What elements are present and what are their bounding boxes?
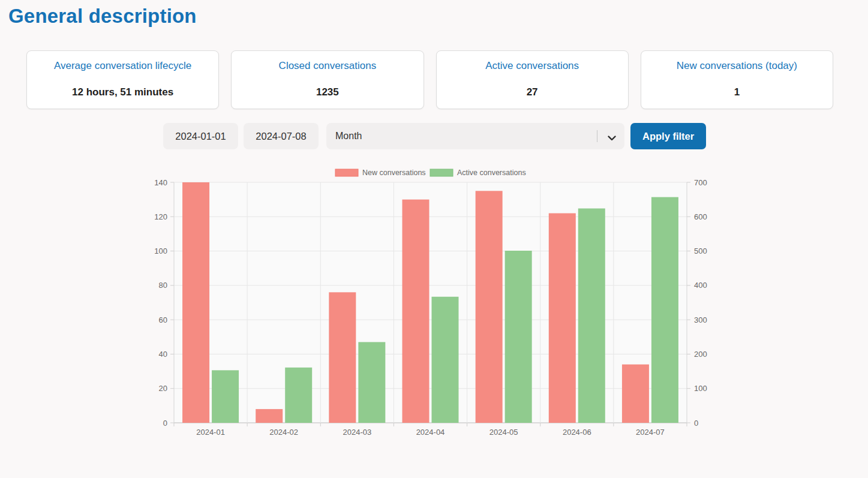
- legend-swatch-new-conversations: [335, 169, 358, 176]
- conversations-chart: 0020100402006030080400100500120600140700…: [144, 166, 720, 441]
- svg-text:400: 400: [694, 281, 707, 290]
- svg-text:200: 200: [694, 350, 707, 359]
- bar-active-conversations-2024-06[interactable]: [578, 209, 605, 423]
- svg-text:0: 0: [163, 419, 167, 428]
- bar-new-conversations-2024-04[interactable]: [403, 200, 430, 423]
- card-active-conversations: Active conversations 27: [436, 50, 629, 109]
- card-value: 1: [734, 86, 740, 98]
- card-closed-conversations: Closed conversations 1235: [231, 50, 424, 109]
- filter-bar: Month Apply filter: [163, 123, 868, 149]
- card-average-lifecycle: Average conversation lifecycle 12 hours,…: [26, 50, 219, 109]
- svg-text:600: 600: [694, 212, 707, 221]
- bar-active-conversations-2024-01[interactable]: [212, 370, 239, 423]
- bar-active-conversations-2024-07[interactable]: [651, 197, 678, 423]
- page-title: General description: [8, 5, 868, 28]
- card-title: Average conversation lifecycle: [54, 60, 191, 72]
- legend-item-active-conversations[interactable]: Active conversations: [430, 169, 526, 177]
- legend-label: Active conversations: [457, 169, 526, 177]
- x-axis-label: 2024-06: [563, 428, 591, 437]
- legend-label: New conversations: [362, 169, 426, 177]
- card-title: Closed conversations: [279, 60, 377, 72]
- end-date-input[interactable]: [244, 123, 319, 149]
- svg-text:120: 120: [154, 212, 167, 221]
- svg-text:500: 500: [694, 246, 707, 255]
- bar-active-conversations-2024-02[interactable]: [285, 368, 312, 423]
- card-value: 1235: [316, 86, 339, 98]
- bar-active-conversations-2024-04[interactable]: [432, 297, 459, 423]
- chart-container: 0020100402006030080400100500120600140700…: [144, 166, 868, 444]
- x-axis-label: 2024-07: [636, 428, 665, 437]
- svg-text:20: 20: [159, 384, 167, 393]
- bar-new-conversations-2024-03[interactable]: [329, 292, 356, 423]
- stat-cards: Average conversation lifecycle 12 hours,…: [26, 50, 833, 109]
- group-by-selected-value: Month: [335, 131, 362, 142]
- card-value: 27: [527, 86, 538, 98]
- x-axis-label: 2024-01: [196, 428, 225, 437]
- svg-text:0: 0: [694, 419, 698, 428]
- svg-text:80: 80: [159, 281, 167, 290]
- bar-active-conversations-2024-03[interactable]: [358, 342, 385, 423]
- card-title: Active conversations: [485, 60, 579, 72]
- bar-new-conversations-2024-05[interactable]: [476, 191, 503, 423]
- bar-active-conversations-2024-05[interactable]: [505, 251, 532, 423]
- card-new-conversations-today: New conversations (today) 1: [641, 50, 833, 109]
- start-date-input[interactable]: [163, 123, 238, 149]
- apply-filter-button[interactable]: Apply filter: [630, 123, 706, 149]
- x-axis-label: 2024-05: [489, 428, 518, 437]
- svg-text:60: 60: [159, 315, 167, 324]
- chevron-down-icon: [608, 133, 616, 138]
- bar-new-conversations-2024-06[interactable]: [549, 214, 576, 423]
- x-axis-label: 2024-02: [269, 428, 298, 437]
- bar-new-conversations-2024-07[interactable]: [622, 365, 649, 423]
- legend-swatch-active-conversations: [430, 169, 453, 176]
- select-divider: [597, 130, 597, 142]
- group-by-select[interactable]: Month: [326, 123, 624, 149]
- bar-new-conversations-2024-01[interactable]: [182, 182, 209, 423]
- bar-new-conversations-2024-02[interactable]: [256, 409, 283, 423]
- x-axis-label: 2024-04: [416, 428, 445, 437]
- svg-text:40: 40: [159, 350, 167, 359]
- svg-text:700: 700: [694, 178, 707, 187]
- svg-text:140: 140: [154, 178, 167, 187]
- svg-text:300: 300: [694, 315, 707, 324]
- svg-text:100: 100: [154, 246, 167, 255]
- card-value: 12 hours, 51 minutes: [72, 86, 173, 98]
- card-title: New conversations (today): [677, 60, 797, 72]
- svg-text:100: 100: [694, 384, 707, 393]
- x-axis-label: 2024-03: [343, 428, 371, 437]
- legend-item-new-conversations[interactable]: New conversations: [335, 169, 426, 177]
